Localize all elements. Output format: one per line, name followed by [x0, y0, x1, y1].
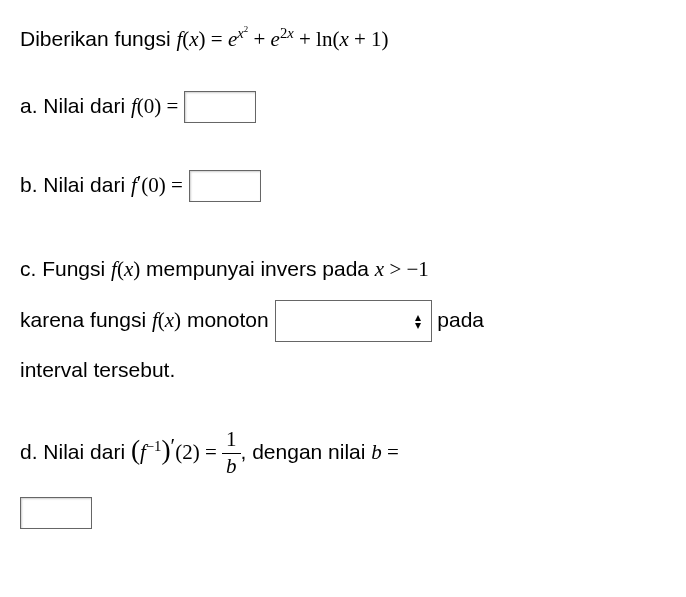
- d-frac: 1b: [222, 427, 241, 478]
- intro-prefix: Diberikan fungsi: [20, 27, 176, 50]
- plus1: +: [248, 27, 270, 51]
- b-eq: =: [166, 173, 183, 197]
- intro-line: Diberikan fungsi f(x) = ex2 + e2x + ln(x…: [20, 20, 666, 59]
- term1: ex2: [228, 27, 248, 51]
- d-expr: (f−1)′(2): [131, 440, 200, 463]
- d-suffix: dengan nilai: [252, 440, 371, 463]
- d-b: b: [371, 440, 382, 464]
- part-c: c. Fungsi f(x) mempunyai invers pada x >…: [20, 244, 666, 395]
- c-line1: c. Fungsi f(x) mempunyai invers pada x >…: [20, 244, 666, 294]
- b-fprime: f′(0): [131, 171, 166, 197]
- d-eq2: =: [382, 440, 399, 464]
- a-fzero: f(0): [131, 94, 161, 118]
- d-comma: ,: [241, 440, 253, 463]
- d-answer-input[interactable]: [20, 497, 92, 529]
- a-answer-input[interactable]: [184, 91, 256, 123]
- part-b: b. Nilai dari f′(0) =: [20, 166, 666, 205]
- term3: ln(x + 1): [316, 27, 389, 50]
- a-label: a. Nilai dari: [20, 94, 131, 117]
- a-eq: =: [161, 94, 178, 118]
- term2: e2x: [271, 27, 294, 51]
- c-line3: interval tersebut.: [20, 345, 666, 395]
- c-line2: karena fungsi f(x) monoton ▴▾ pada: [20, 295, 666, 345]
- select-arrows-icon: ▴▾: [415, 313, 421, 329]
- fx: f(x): [176, 27, 205, 51]
- d-eq: =: [200, 440, 222, 464]
- b-label: b. Nilai dari: [20, 173, 131, 196]
- part-a: a. Nilai dari f(0) =: [20, 87, 666, 126]
- d-label: d. Nilai dari: [20, 440, 131, 463]
- c-monoton-select[interactable]: ▴▾: [275, 300, 432, 342]
- eq: =: [206, 27, 228, 51]
- part-d: d. Nilai dari (f−1)′(2) = 1b, dengan nil…: [20, 426, 666, 531]
- b-answer-input[interactable]: [189, 170, 261, 202]
- plus2: +: [294, 27, 316, 51]
